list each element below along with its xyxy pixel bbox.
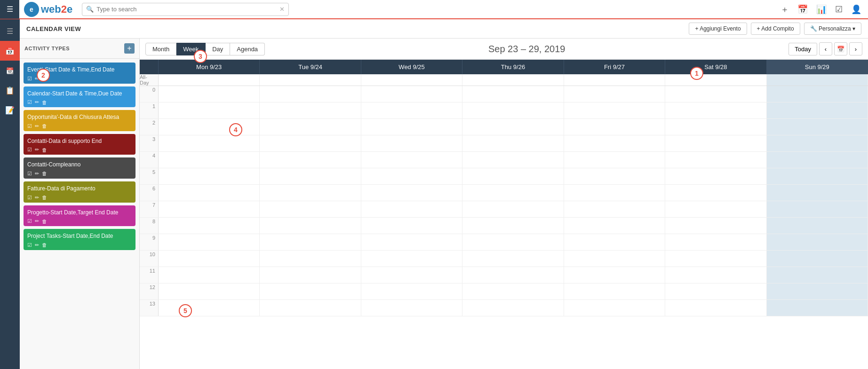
time-cell-8-col-5[interactable] (665, 218, 766, 234)
time-cell-9-col-2[interactable] (361, 234, 462, 250)
search-input[interactable] (96, 6, 278, 13)
activity-item-check-3[interactable]: ☑ (27, 147, 32, 153)
time-cell-6-col-6[interactable] (767, 185, 868, 201)
allday-cell-1[interactable] (260, 74, 361, 86)
time-cell-10-col-4[interactable] (564, 251, 665, 267)
time-cell-3-col-6[interactable] (767, 135, 868, 151)
nav-chart-icon[interactable]: 📊 (816, 4, 827, 15)
allday-cell-6[interactable] (767, 74, 868, 86)
time-cell-0-col-3[interactable] (462, 86, 564, 102)
time-cell-0-col-2[interactable] (361, 86, 462, 102)
time-cell-9-col-1[interactable] (260, 234, 361, 250)
time-cell-2-col-4[interactable] (564, 119, 665, 135)
time-cell-5-col-1[interactable] (260, 168, 361, 184)
search-clear-icon[interactable]: ✕ (279, 6, 285, 13)
time-cell-1-col-5[interactable] (665, 102, 766, 118)
add-compito-button[interactable]: + Add Compito (751, 23, 800, 35)
activity-item-5[interactable]: Fatture-Data di Pagamento ☑ ✏ 🗑 (24, 181, 135, 203)
time-cell-6-col-2[interactable] (361, 185, 462, 201)
time-cell-13-col-4[interactable] (564, 300, 665, 316)
time-cell-12-col-4[interactable] (564, 283, 665, 299)
time-cell-4-col-2[interactable] (361, 152, 462, 168)
time-cell-12-col-1[interactable] (260, 283, 361, 299)
time-cell-12-col-3[interactable] (462, 283, 564, 299)
time-cell-8-col-3[interactable] (462, 218, 564, 234)
time-cell-1-col-2[interactable] (361, 102, 462, 118)
time-cell-13-col-2[interactable] (361, 300, 462, 316)
time-cell-7-col-1[interactable] (260, 201, 361, 217)
personalizza-button[interactable]: 🔧 Personalizza ▾ (804, 23, 861, 35)
time-cell-5-col-3[interactable] (462, 168, 564, 184)
time-cell-9-col-6[interactable] (767, 234, 868, 250)
allday-cell-3[interactable] (462, 74, 564, 86)
time-cell-12-col-0[interactable] (159, 283, 260, 299)
time-cell-3-col-1[interactable] (260, 135, 361, 151)
activity-item-edit-3[interactable]: ✏ (35, 147, 39, 153)
nav-add-icon[interactable]: ＋ (780, 4, 789, 15)
time-cell-2-col-0[interactable] (159, 119, 260, 135)
time-cell-2-col-5[interactable] (665, 119, 766, 135)
activity-item-check-1[interactable]: ☑ (27, 99, 32, 105)
time-cell-8-col-6[interactable] (767, 218, 868, 234)
time-cell-8-col-1[interactable] (260, 218, 361, 234)
time-cell-13-col-0[interactable] (159, 300, 260, 316)
activity-item-delete-1[interactable]: 🗑 (42, 100, 47, 105)
time-cell-4-col-0[interactable] (159, 152, 260, 168)
activity-item-2[interactable]: Opportunita'-Data di Chiusura Attesa ☑ ✏… (24, 110, 135, 131)
activity-item-delete-4[interactable]: 🗑 (42, 171, 47, 176)
activity-item-edit-0[interactable]: ✏ (35, 76, 39, 82)
sidebar-item-notes[interactable]: 📝 (0, 100, 20, 120)
activity-item-check-4[interactable]: ☑ (27, 171, 32, 177)
activity-item-check-0[interactable]: ☑ (27, 76, 32, 82)
time-cell-9-col-0[interactable] (159, 234, 260, 250)
activity-item-check-7[interactable]: ☑ (27, 242, 32, 248)
activity-item-check-6[interactable]: ☑ (27, 218, 32, 224)
activity-item-edit-6[interactable]: ✏ (35, 218, 39, 224)
time-cell-6-col-5[interactable] (665, 185, 766, 201)
time-cell-13-col-5[interactable] (665, 300, 766, 316)
time-cell-2-col-2[interactable] (361, 119, 462, 135)
activity-item-check-2[interactable]: ☑ (27, 123, 32, 129)
time-cell-11-col-2[interactable] (361, 267, 462, 283)
activity-item-3[interactable]: Contatti-Data di supporto End ☑ ✏ 🗑 (24, 134, 135, 155)
time-cell-8-col-4[interactable] (564, 218, 665, 234)
nav-task-icon[interactable]: ☑ (835, 4, 843, 15)
nav-user-icon[interactable]: 👤 (851, 4, 861, 15)
time-cell-7-col-4[interactable] (564, 201, 665, 217)
time-cell-0-col-4[interactable] (564, 86, 665, 102)
activity-item-7[interactable]: Project Tasks-Start Date,End Date ☑ ✏ 🗑 (24, 229, 135, 250)
time-cell-10-col-2[interactable] (361, 251, 462, 267)
time-cell-7-col-3[interactable] (462, 201, 564, 217)
activity-item-check-5[interactable]: ☑ (27, 195, 32, 201)
activity-item-1[interactable]: Calendar-Start Date & Time,Due Date ☑ ✏ … (24, 86, 135, 108)
time-cell-8-col-2[interactable] (361, 218, 462, 234)
allday-cell-0[interactable] (159, 74, 260, 86)
time-cell-3-col-2[interactable] (361, 135, 462, 151)
time-cell-1-col-0[interactable] (159, 102, 260, 118)
time-cell-0-col-0[interactable] (159, 86, 260, 102)
time-cell-6-col-3[interactable] (462, 185, 564, 201)
view-tab-week[interactable]: Week (176, 43, 206, 55)
next-button[interactable]: › (849, 42, 862, 55)
time-cell-4-col-4[interactable] (564, 152, 665, 168)
time-cell-3-col-5[interactable] (665, 135, 766, 151)
time-cell-7-col-2[interactable] (361, 201, 462, 217)
activity-item-delete-5[interactable]: 🗑 (42, 195, 47, 200)
time-cell-1-col-3[interactable] (462, 102, 564, 118)
time-cell-9-col-3[interactable] (462, 234, 564, 250)
time-cell-6-col-4[interactable] (564, 185, 665, 201)
nav-calendar-icon[interactable]: 📅 (797, 4, 808, 15)
activity-item-delete-2[interactable]: 🗑 (42, 123, 47, 129)
time-cell-10-col-3[interactable] (462, 251, 564, 267)
time-cell-7-col-5[interactable] (665, 201, 766, 217)
time-cell-4-col-3[interactable] (462, 152, 564, 168)
time-cell-5-col-0[interactable] (159, 168, 260, 184)
activity-item-delete-6[interactable]: 🗑 (42, 219, 47, 224)
search-bar[interactable]: 🔍 ✕ (82, 3, 289, 16)
time-cell-11-col-4[interactable] (564, 267, 665, 283)
time-cell-10-col-5[interactable] (665, 251, 766, 267)
allday-cell-5[interactable] (665, 74, 766, 86)
today-button[interactable]: Today (788, 43, 817, 55)
view-tab-day[interactable]: Day (206, 43, 230, 55)
time-cell-11-col-0[interactable] (159, 267, 260, 283)
